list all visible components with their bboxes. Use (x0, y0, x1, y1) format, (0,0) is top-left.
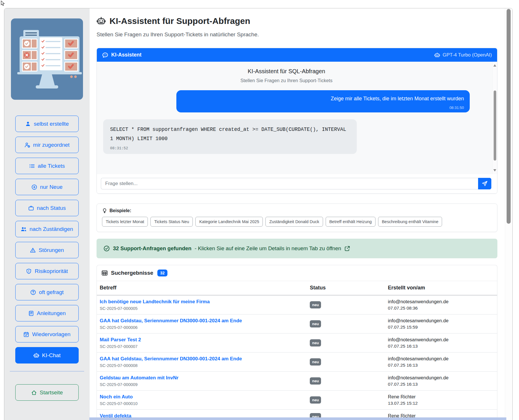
column-header-erstellt: Erstellt von/am (385, 281, 497, 295)
person-icon (25, 121, 31, 127)
robot-icon (33, 353, 39, 358)
table-row[interactable]: GAA hat Geldstau, Seriennummer DN3000-00… (97, 353, 497, 372)
chat-intro-subtitle: Stellen Sie Fragen zu Ihren Support-Tick… (103, 78, 470, 83)
chat-panel-header: KI-Assistent GPT-4 Turbo (OpenAI) (97, 48, 497, 62)
question-input[interactable] (101, 178, 478, 189)
status-badge: neu (310, 339, 321, 346)
sidebar-item-label: nach Zuständigen (29, 226, 73, 232)
sidebar-item-label: mir zugeordnet (33, 142, 70, 148)
sidebar-nav: selbst erstelltemir zugeordnetalle Ticke… (4, 116, 90, 368)
person-check-icon (24, 142, 30, 148)
results-header: Suchergebnisse 32 (97, 265, 497, 281)
calendar-check-icon (23, 332, 29, 337)
column-header-status: Status (307, 281, 385, 295)
sidebar-item-wiedervorlagen[interactable]: Wiedervorlagen (15, 326, 79, 342)
people-icon (21, 226, 27, 232)
chat-input-row (97, 174, 497, 193)
example-chip-tickets-letzter-monat[interactable]: Tickets letzter Monat (102, 217, 148, 227)
results-title: Suchergebnisse (111, 270, 153, 276)
status-badge: neu (310, 396, 321, 404)
home-icon (31, 390, 37, 395)
home-label: Startseite (40, 389, 63, 396)
page-scrollbar-thumb[interactable] (507, 9, 511, 224)
sidebar-item-label: nach Status (37, 205, 66, 211)
external-link-icon (344, 246, 350, 251)
status-badge: neu (310, 320, 321, 327)
example-chip-tickets-status-neu[interactable]: Tickets Status Neu (150, 217, 193, 227)
sidebar-item-nur-neue[interactable]: nur Neue (15, 179, 79, 195)
user-message-text: Zeige mir alle Tickets, die im letzten M… (182, 96, 464, 102)
warning-icon (30, 247, 36, 253)
page-scrollbar[interactable] (505, 8, 512, 420)
sidebar-item-label: selbst erstellte (34, 121, 69, 127)
creator: info@notesanwendungen.de (388, 356, 494, 361)
shield-exclamation-icon (26, 268, 32, 274)
question-circle-icon (30, 289, 36, 295)
sidebar-item-oft-gefragt[interactable]: oft gefragt (15, 284, 79, 300)
sidebar-item-alle-tickets[interactable]: alle Tickets (15, 158, 79, 174)
table-row[interactable]: Mail Parser Test 2SC-2025-07-000007neuin… (97, 334, 497, 353)
table-row[interactable]: GAA hat Geldstau, Seriennummer DN3000-00… (97, 314, 497, 334)
example-chip-kategorie-landtechnik-mai-2025[interactable]: Kategorie Landtechnik Mai 2025 (195, 217, 263, 227)
sidebar-item-label: Störungen (39, 247, 64, 253)
mouse-cursor (1, 1, 6, 6)
chat-message-area: KI-Assistent für SQL-Abfragen Stellen Si… (97, 62, 497, 174)
ticket-id: SC-2025-07-000009 (100, 382, 304, 387)
app-window: selbst erstelltemir zugeordnetalle Ticke… (4, 8, 513, 420)
sidebar-item-label: alle Tickets (38, 163, 65, 169)
created-at: 07.07.25 16:13 (388, 344, 494, 349)
creator: info@notesanwendungen.de (388, 299, 494, 304)
creator: info@notesanwendungen.de (388, 337, 494, 342)
ticket-subject-link[interactable]: Mail Parser Test 2 (100, 337, 304, 343)
sidebar-item-ki-chat[interactable]: KI-Chat (15, 347, 79, 364)
page-title: KI-Assistent für Support-Abfragen (97, 16, 497, 26)
ticket-subject-link[interactable]: GAA hat Geldstau, Seriennummer DN3000-00… (100, 356, 304, 362)
ticket-subject-link[interactable]: Noch ein Auto (100, 394, 304, 400)
sidebar-item-anleitungen[interactable]: Anleitungen (15, 305, 79, 321)
sidebar-item-label: oft gefragt (39, 289, 64, 295)
sidebar-item-mir-zugeordnet[interactable]: mir zugeordnet (15, 137, 79, 153)
creator: Rene Richter (388, 394, 494, 400)
page-subtitle: Stellen Sie Fragen zu Ihren Support-Tick… (97, 31, 497, 38)
chat-scrollbar-thumb[interactable] (494, 91, 496, 161)
sidebar-item-nach-status[interactable]: nach Status (15, 200, 79, 216)
send-button[interactable] (478, 178, 491, 189)
created-at: 07.07.25 16:13 (388, 382, 494, 387)
example-chip-beschreibung-enthalt-vitamine[interactable]: Beschreibung enthält Vitamine (378, 217, 442, 227)
scroll-down-arrow-icon[interactable] (493, 169, 496, 172)
ticket-subject-link[interactable]: Ich benötige neue Landtechnik für meine … (100, 299, 304, 305)
created-at: 07.07.25 16:13 (388, 363, 494, 368)
assistant-sql-bubble: SELECT * FROM supportanfragen WHERE crea… (103, 119, 357, 154)
ticket-subject-link[interactable]: Geldstau am Automaten mit InvNr (100, 375, 304, 381)
created-at: 07.07.25 08:36 (388, 306, 494, 311)
creator: info@notesanwendungen.de (388, 318, 494, 323)
sidebar-item-storungen[interactable]: Störungen (15, 242, 79, 258)
sidebar-item-startseite[interactable]: Startseite (15, 384, 79, 401)
robot-icon (97, 16, 106, 26)
sidebar-item-selbst-erstellte[interactable]: selbst erstellte (15, 116, 79, 132)
table-row[interactable]: Ich benötige neue Landtechnik für meine … (97, 295, 497, 314)
ticket-id: SC-2025-07-000007 (100, 344, 304, 349)
check-circle-icon (103, 245, 110, 252)
sidebar-item-nach-zustandigen[interactable]: nach Zuständigen (15, 221, 79, 237)
chat-intro-title: KI-Assistent für SQL-Abfragen (103, 68, 470, 75)
example-chips: Tickets letzter MonatTickets Status NeuK… (102, 217, 492, 227)
table-body: Ich benötige neue Landtechnik für meine … (97, 295, 497, 420)
ticket-subject-link[interactable]: GAA hat Geldstau, Seriennummer DN3000-00… (100, 318, 304, 324)
results-panel: Suchergebnisse 32 Betreff Status Erstell… (97, 265, 497, 420)
page-title-text: KI-Assistent für Support-Abfragen (110, 16, 250, 26)
created-at: 07.07.25 15:59 (388, 325, 494, 330)
chat-scrollbar[interactable] (492, 62, 497, 174)
scroll-up-arrow-icon[interactable] (493, 64, 496, 67)
chat-panel-title: KI-Assistent (111, 52, 141, 58)
sidebar-item-risikoprioritat[interactable]: Risikopriorität (15, 263, 79, 279)
table-row[interactable]: Noch ein AutoSC-2025-07-000010neuRene Ri… (97, 391, 497, 410)
table-row[interactable]: Geldstau am Automaten mit InvNrSC-2025-0… (97, 372, 497, 391)
chat-icon (102, 52, 108, 58)
example-chip-zustandigkeit-donald-duck[interactable]: Zuständigkeit Donald Duck (265, 217, 323, 227)
list-icon (29, 163, 35, 169)
bottom-scroll-strip[interactable] (89, 417, 506, 420)
alert-count-text: 32 Support-Anfragen gefunden (113, 245, 191, 252)
sidebar-item-label: Risikopriorität (35, 268, 68, 274)
example-chip-betreff-enthalt-heizung[interactable]: Betreff enthält Heizung (326, 217, 375, 227)
